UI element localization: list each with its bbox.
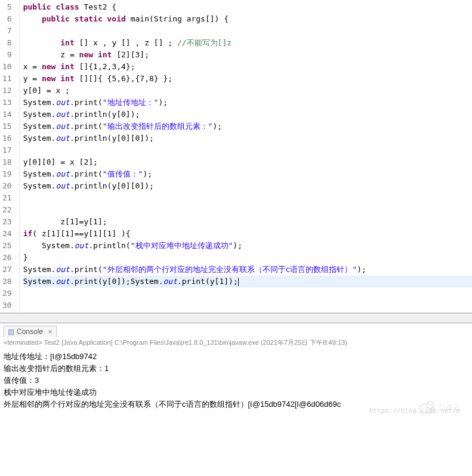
- line-number: 27: [2, 264, 12, 276]
- console-tab-bar: ▤ Console ✕: [0, 323, 472, 337]
- code-line[interactable]: public class Test2 {: [23, 1, 472, 13]
- line-number: 15: [2, 120, 12, 132]
- code-line[interactable]: [23, 25, 472, 37]
- line-number: 8: [2, 37, 12, 49]
- code-line[interactable]: System.out.print("外层相邻的两个行对应的地址完全没有联系（不同…: [23, 264, 472, 276]
- line-number: 7: [2, 25, 12, 37]
- console-output: 地址传地址：[I@15db9742输出改变指针后的数组元素：1值传值：3栈中对应…: [0, 350, 472, 415]
- code-line[interactable]: System.out.println("栈中对应堆中地址传递成功");: [23, 240, 472, 252]
- svg-text:亿速云: 亿速云: [438, 403, 460, 412]
- console-panel: ▤ Console ✕ <terminated> Test2 [Java App…: [0, 323, 472, 415]
- code-line[interactable]: System.out.print(y[0]);System.out.print(…: [23, 276, 472, 288]
- code-line[interactable]: System.out.println(y[0]);: [23, 109, 472, 120]
- line-number: 11: [2, 73, 12, 85]
- horizontal-scrollbar[interactable]: [0, 313, 472, 323]
- line-number: 17: [2, 144, 12, 156]
- console-status: <terminated> Test2 [Java Application] C:…: [0, 337, 472, 350]
- console-line: 地址传地址：[I@15db9742: [4, 351, 468, 363]
- line-number: 18: [2, 156, 12, 168]
- line-number: 12: [2, 85, 12, 97]
- code-line[interactable]: z[1]=y[1];: [23, 216, 472, 228]
- code-line[interactable]: y = new int [][]{ {5,6},{7,8} };: [23, 73, 472, 85]
- line-number: 13: [2, 97, 12, 109]
- code-line[interactable]: System.out.println(y[0][0]);: [23, 132, 472, 144]
- console-tab-label: Console: [17, 327, 43, 336]
- code-line[interactable]: System.out.println(y[0][0]);: [23, 180, 472, 192]
- code-line[interactable]: System.out.print("输出改变指针后的数组元素：");: [23, 120, 472, 132]
- line-number-gutter: 5678910111213141516171819202122232425262…: [0, 0, 20, 313]
- code-line[interactable]: System.out.print("值传值：");: [23, 168, 472, 180]
- console-line: 输出改变指针后的数组元素：1: [4, 363, 468, 375]
- code-line[interactable]: }: [23, 252, 472, 264]
- code-line[interactable]: int [] x , y [] , z [] ; //不能写为[]z: [23, 37, 472, 49]
- line-number: 6: [2, 13, 12, 25]
- code-line[interactable]: z = new int [2][3];: [23, 49, 472, 61]
- close-icon[interactable]: ✕: [48, 329, 53, 335]
- code-line[interactable]: y[0][0] = x [2];: [23, 156, 472, 168]
- code-line[interactable]: [23, 192, 472, 204]
- console-line: 栈中对应堆中地址传递成功: [4, 387, 468, 398]
- line-number: 30: [2, 299, 12, 311]
- line-number: 10: [2, 61, 12, 73]
- code-line[interactable]: System.out.print("地址传地址：");: [23, 97, 472, 109]
- line-number: 25: [2, 240, 12, 252]
- logo-watermark: 亿速云: [417, 397, 465, 416]
- line-number: 14: [2, 109, 12, 120]
- code-line[interactable]: x = new int []{1,2,3,4};: [23, 61, 472, 73]
- code-line[interactable]: y[0] = x ;: [23, 85, 472, 97]
- console-tab[interactable]: ▤ Console ✕: [4, 326, 57, 337]
- line-number: 23: [2, 216, 12, 228]
- code-line[interactable]: [23, 299, 472, 311]
- line-number: 20: [2, 180, 12, 192]
- line-number: 5: [2, 1, 12, 13]
- line-number: 26: [2, 252, 12, 264]
- line-number: 29: [2, 288, 12, 299]
- console-icon: ▤: [8, 327, 14, 336]
- line-number: 9: [2, 49, 12, 61]
- line-number: 19: [2, 168, 12, 180]
- code-line[interactable]: [23, 144, 472, 156]
- watermark-text: https://blog.csdn.net/m: [0, 407, 472, 415]
- code-line[interactable]: [23, 204, 472, 216]
- console-line: 值传值：3: [4, 375, 468, 387]
- line-number: 16: [2, 132, 12, 144]
- code-line[interactable]: if( z[1][1]==y[1][1] ){: [23, 228, 472, 240]
- code-area[interactable]: public class Test2 { public static void …: [20, 0, 472, 313]
- code-editor[interactable]: 5678910111213141516171819202122232425262…: [0, 0, 472, 313]
- line-number: 22: [2, 204, 12, 216]
- code-line[interactable]: [23, 288, 472, 299]
- code-line[interactable]: public static void main(String args[]) {: [23, 13, 472, 25]
- line-number: 28: [2, 276, 12, 288]
- line-number: 24: [2, 228, 12, 240]
- line-number: 21: [2, 192, 12, 204]
